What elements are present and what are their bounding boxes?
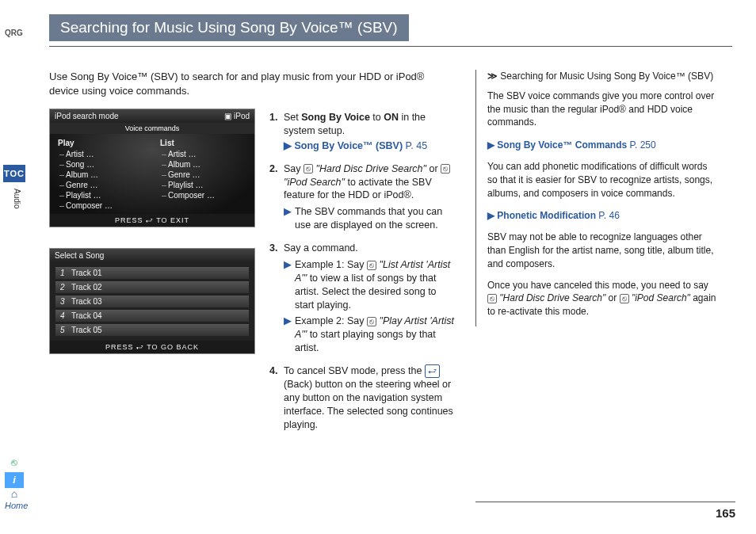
side-heading: ≫ Searching for Music Using Song By Voic… bbox=[487, 70, 718, 83]
step-4: To cancel SBV mode, press the ⮐ (Back) b… bbox=[284, 364, 455, 432]
ss1-badge: ▣ iPod bbox=[224, 112, 250, 120]
list-item: Genre … bbox=[160, 170, 246, 180]
side-para: The SBV voice commands give you more con… bbox=[487, 90, 718, 129]
table-row: 1Track 01 bbox=[55, 266, 250, 280]
info-icon[interactable]: i bbox=[5, 472, 24, 488]
table-row: 3Track 03 bbox=[55, 295, 250, 308]
table-row: 5Track 05 bbox=[55, 323, 250, 337]
ss1-sub: Voice commands bbox=[50, 123, 254, 134]
voice-icon: ⎋ bbox=[304, 164, 313, 174]
voice-icon: ⎋ bbox=[367, 317, 376, 326]
bullet-icon: ▶ bbox=[284, 258, 295, 312]
list-item: Composer … bbox=[58, 200, 144, 211]
list-item: Playlist … bbox=[160, 180, 246, 190]
voice-icon: ⎋ bbox=[487, 294, 497, 303]
ss1-list-head: List bbox=[160, 139, 246, 147]
list-item: Song … bbox=[58, 159, 144, 170]
page-title: Searching for Music Using Song By Voice™… bbox=[49, 14, 409, 41]
table-row: 2Track 02 bbox=[55, 280, 250, 294]
side-column: ≫ Searching for Music Using Song By Voic… bbox=[475, 70, 718, 326]
qrg-label[interactable]: QRG bbox=[5, 29, 23, 37]
list-item: Genre … bbox=[58, 180, 144, 190]
footer-rule bbox=[475, 502, 735, 502]
list-item: Playlist … bbox=[58, 190, 144, 200]
ss1-play-head: Play bbox=[58, 139, 144, 147]
list-item: Artist … bbox=[160, 149, 246, 159]
voice-icon: ⎋ bbox=[620, 294, 629, 303]
step-3: Say a command. ▶Example 1: Say ⎋ "List A… bbox=[284, 242, 455, 355]
side-para: You can add phonetic modifications of di… bbox=[487, 160, 718, 200]
side-para: SBV may not be able to recognize languag… bbox=[487, 231, 718, 270]
step-number: 1. bbox=[269, 111, 284, 153]
step-number: 3. bbox=[269, 242, 284, 355]
page-number: 165 bbox=[716, 506, 735, 520]
intro-text: Use Song By Voice™ (SBV) to search for a… bbox=[49, 70, 445, 97]
title-rule bbox=[49, 46, 732, 47]
screenshot-select-song: Select a Song 1Track 01 2Track 02 3Track… bbox=[49, 248, 255, 354]
bullet-icon: ▶ bbox=[284, 205, 295, 232]
ss2-foot: PRESS ⮐ TO GO BACK bbox=[50, 341, 254, 353]
step-number: 4. bbox=[269, 364, 284, 432]
xref-commands[interactable]: ▶ Song By Voice™ Commands bbox=[487, 139, 627, 152]
voice-icon: ⎋ bbox=[367, 261, 376, 270]
table-row: 4Track 04 bbox=[55, 309, 250, 322]
ss1-foot: PRESS ⮐ TO EXIT bbox=[50, 214, 254, 227]
steps-list: 1. Set Song By Voice to ON in the system… bbox=[269, 111, 455, 441]
ss2-title: Select a Song bbox=[55, 251, 104, 260]
section-label: Audio bbox=[13, 189, 21, 209]
ss1-title: iPod search mode bbox=[55, 112, 119, 120]
step-number: 2. bbox=[269, 162, 284, 232]
voice-icon: ⎋ bbox=[441, 164, 450, 174]
side-rail: QRG TOC Audio ⎋ i Home bbox=[0, 0, 38, 534]
list-item: Album … bbox=[58, 170, 144, 180]
list-item: Album … bbox=[160, 159, 246, 170]
step-1: Set Song By Voice to ON in the system se… bbox=[284, 111, 455, 153]
step-2: Say ⎋ "Hard Disc Drive Search" or ⎋ "iPo… bbox=[284, 162, 455, 232]
back-icon: ⮐ bbox=[425, 364, 440, 378]
side-para: Once you have canceled this mode, you ne… bbox=[487, 279, 718, 318]
list-item: Composer … bbox=[160, 190, 246, 200]
xref-sbv[interactable]: ▶ Song By Voice™ (SBV) bbox=[284, 139, 403, 153]
screenshot-ipod-search: iPod search mode ▣ iPod Voice commands P… bbox=[49, 109, 255, 227]
voice-icon[interactable]: ⎋ bbox=[5, 455, 24, 471]
home-button[interactable]: Home bbox=[5, 490, 24, 505]
list-item: Artist … bbox=[58, 149, 144, 159]
toc-button[interactable]: TOC bbox=[3, 165, 25, 182]
xref-phonetic[interactable]: ▶ Phonetic Modification bbox=[487, 209, 596, 223]
bullet-icon: ▶ bbox=[284, 315, 295, 355]
